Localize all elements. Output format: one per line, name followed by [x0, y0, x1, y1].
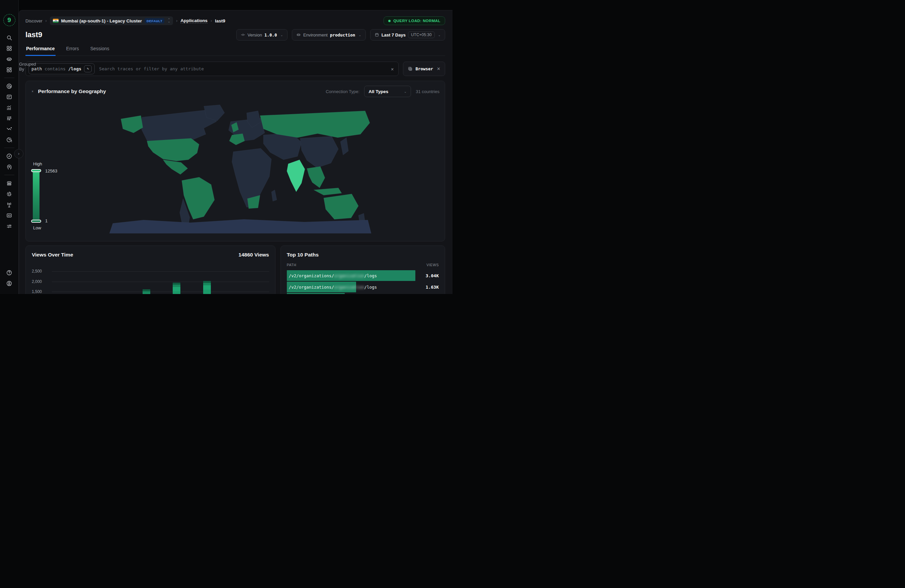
views-total: 14860 Views	[239, 252, 269, 258]
chevron-down-icon: ⌄	[438, 33, 441, 37]
robot-assistant-icon[interactable]	[4, 54, 15, 64]
integrations-server-icon[interactable]	[4, 178, 15, 189]
table-row[interactable]: /v2/organizations/organization/logs 3.04…	[287, 270, 439, 281]
header-controls: Version 1.0.0 ⌄ Environment production ⌄…	[236, 29, 445, 41]
views-bar-chart[interactable]: 1,0001,5002,0002,500	[32, 259, 269, 294]
sidebar-divider	[4, 78, 14, 78]
remove-grouping-icon[interactable]: ✕	[437, 66, 440, 72]
table-group-icon	[408, 66, 413, 72]
environment-value: production	[330, 32, 355, 38]
metrics-chart-icon[interactable]	[4, 102, 15, 113]
filter-operator: contains	[44, 66, 66, 72]
y-axis-tick-label: 1,500	[32, 289, 48, 294]
india-flag-icon	[53, 19, 59, 23]
service-flow-icon[interactable]	[4, 124, 15, 134]
dashboards-icon[interactable]	[4, 64, 15, 75]
sidebar-bottom	[4, 267, 15, 289]
paths-panel-title: Top 10 Paths	[287, 252, 439, 258]
query-load-text: QUERY LOAD: NORMAL	[393, 19, 440, 23]
collapse-panel-icon[interactable]: ⌄⌃	[31, 89, 34, 94]
tab-performance[interactable]: Performance	[25, 46, 56, 56]
column-header-path: PATH	[287, 263, 297, 267]
preferences-sliders-icon[interactable]	[4, 221, 15, 231]
y-axis-tick-label: 2,500	[32, 269, 48, 273]
legend-min-handle[interactable]	[31, 220, 41, 222]
at-target-icon[interactable]	[4, 81, 15, 91]
breadcrumb-discover[interactable]: Discover	[25, 18, 43, 24]
account-icon[interactable]	[4, 278, 15, 289]
grafana-icon[interactable]	[4, 189, 15, 199]
legend-max-value: 12563	[45, 168, 57, 173]
clear-search-icon[interactable]: ✕	[391, 66, 394, 72]
connection-type-label: Connection Type:	[325, 89, 359, 94]
version-commit-icon	[241, 32, 245, 37]
environment-dropdown[interactable]: Environment production ⌄	[292, 29, 366, 41]
gridline	[52, 271, 269, 272]
connection-type-value: All Types	[368, 89, 388, 94]
breadcrumb-current: last9	[215, 18, 225, 24]
connection-type-select[interactable]: All Types ⌄	[364, 86, 411, 97]
broadcast-antenna-icon[interactable]	[4, 199, 15, 210]
views-bar[interactable]	[143, 289, 150, 294]
grouped-by-value: Browser	[415, 66, 433, 72]
traces-filter-icon[interactable]	[4, 113, 15, 124]
sidebar-expand-handle[interactable]: ›	[14, 149, 24, 158]
path-views-value: 1.63K	[426, 284, 439, 290]
logs-doc-icon[interactable]	[4, 91, 15, 102]
search-input[interactable]: path contains /logs ✎ Search traces or f…	[25, 62, 399, 76]
search-icon[interactable]	[4, 32, 15, 43]
date-range-dropdown[interactable]: Last 7 Days UTC+05:30 ⌄	[370, 29, 445, 41]
paths-table: /v2/organizations/organization/logs 3.04…	[287, 270, 439, 294]
main-content: Discover › Mumbai (ap-south-1) - Legacy …	[19, 10, 452, 294]
filter-value: /logs	[68, 66, 81, 72]
version-value: 1.0.0	[264, 32, 277, 38]
views-bar[interactable]	[173, 283, 180, 294]
tab-sessions[interactable]: Sessions	[90, 46, 110, 56]
chevron-down-icon: ⌄	[281, 33, 283, 37]
help-icon[interactable]	[4, 267, 15, 278]
table-row[interactable]: /v2/organizations/organization/logs 1.35…	[287, 293, 439, 294]
top-paths-panel: Top 10 Paths PATH VIEWS /v2/organization…	[281, 245, 445, 294]
environment-icon	[296, 32, 301, 37]
tab-errors[interactable]: Errors	[66, 46, 79, 56]
default-badge: DEFAULT	[144, 18, 164, 24]
select-carets-icon: ⌃⌄	[168, 19, 170, 23]
geography-title: Performance by Geography	[38, 88, 106, 94]
sidebar-nav	[4, 32, 15, 231]
apps-grid-icon[interactable]	[4, 43, 15, 54]
legend-gradient-bar	[33, 170, 40, 221]
grouped-by-chip[interactable]: Grouped By Browser ✕	[403, 62, 445, 76]
error-pie-icon[interactable]	[4, 134, 15, 145]
search-placeholder: Search traces or filter by any attribute	[99, 66, 204, 72]
column-header-views: VIEWS	[426, 263, 439, 267]
world-map[interactable]	[103, 102, 373, 235]
version-label: Version	[248, 32, 262, 38]
legend-high-label: High	[33, 161, 73, 167]
legend-min-value: 1	[45, 218, 48, 223]
chevron-right-icon: ›	[211, 18, 212, 23]
pencil-icon[interactable]: ✎	[84, 65, 92, 72]
geography-panel: ⌄⌃ Performance by Geography Connection T…	[25, 81, 445, 242]
last9-logo[interactable]: 9	[3, 14, 15, 26]
table-row[interactable]: /v2/organizations/organization/logs 1.63…	[287, 281, 439, 292]
compass-discover-icon[interactable]	[4, 151, 15, 161]
cluster-selector[interactable]: Mumbai (ap-south-1) - Legacy Cluster DEF…	[50, 16, 173, 25]
query-load-badge: QUERY LOAD: NORMAL	[384, 16, 445, 25]
cluster-name: Mumbai (ap-south-1) - Legacy Cluster	[61, 18, 142, 24]
status-dot-icon	[388, 20, 391, 22]
ai-head-icon[interactable]	[4, 161, 15, 172]
redacted-org-segment: organization	[334, 273, 364, 278]
legend-max-handle[interactable]	[31, 169, 41, 172]
grouped-by-label: Grouped By	[19, 62, 35, 72]
sidebar-divider	[4, 148, 14, 148]
breadcrumb-applications[interactable]: Applications	[180, 18, 208, 24]
environment-label: Environment	[303, 32, 328, 38]
redacted-org-segment: organization	[334, 284, 364, 290]
filter-chip[interactable]: path contains /logs ✎	[29, 63, 95, 74]
chevron-down-icon: ⌄	[404, 90, 406, 94]
views-bar[interactable]	[203, 281, 211, 294]
version-dropdown[interactable]: Version 1.0.0 ⌄	[236, 29, 287, 41]
page-title: last9	[25, 30, 42, 39]
embed-code-icon[interactable]	[4, 210, 15, 221]
chevron-down-icon: ⌄	[359, 33, 361, 37]
